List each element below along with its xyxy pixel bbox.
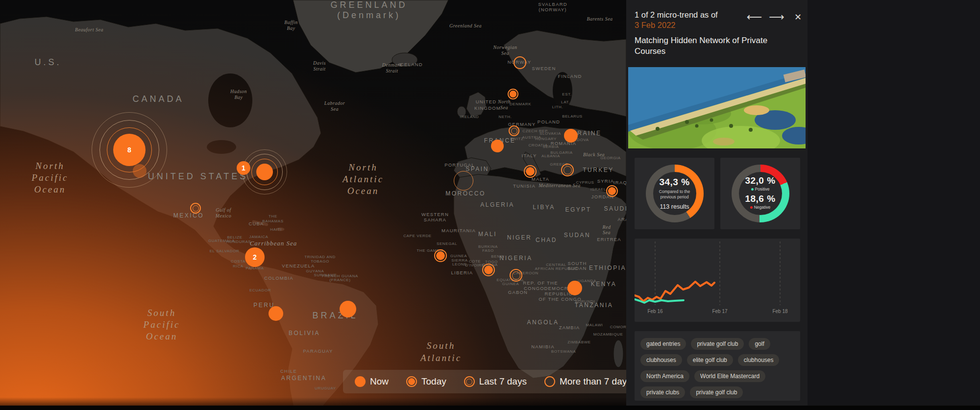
map-label: TANZANIA <box>575 302 613 309</box>
map-label: Barents Sea <box>587 16 612 22</box>
map-marker-icon[interactable] <box>454 171 473 191</box>
golf-course-photo <box>628 67 806 148</box>
map-marker-icon[interactable] <box>434 249 447 262</box>
keyword-tag[interactable]: private golf club <box>690 386 743 398</box>
map-label: CHILE <box>280 368 297 374</box>
legend-item: More than 7 days ago <box>544 376 626 387</box>
close-icon[interactable]: ✕ <box>794 12 802 23</box>
map-marker-icon[interactable]: 2 <box>245 247 265 267</box>
map-marker-icon[interactable] <box>491 140 504 152</box>
map-label: Bay <box>287 25 295 31</box>
keyword-tag[interactable]: golf <box>749 338 770 350</box>
map-label: MOROCCO <box>445 190 486 197</box>
map-marker-icon[interactable] <box>340 301 356 317</box>
map-label: (NORWAY) <box>539 7 566 12</box>
map-label: Hudson <box>230 89 247 94</box>
map-label: COSTA <box>231 259 245 264</box>
keyword-tag[interactable]: clubhouses <box>640 354 682 366</box>
world-map[interactable]: GREENLAND(Denmark)SVALBARD(NORWAY)Barent… <box>0 0 626 410</box>
map-label: NIGER <box>507 234 532 241</box>
map-marker-icon[interactable] <box>606 185 618 197</box>
map-marker-icon[interactable] <box>510 269 522 282</box>
micro-trend-counter: 1 of 2 micro-trend as of <box>635 10 718 20</box>
keyword-tag[interactable]: clubhouses <box>738 354 780 366</box>
legend-label: More than 7 days ago <box>560 376 626 387</box>
map-label: Carribbean Sea <box>250 240 297 247</box>
stat-card-change: 34,3 % Compared to the previous period 1… <box>635 158 714 229</box>
map-label: ITALY <box>522 153 537 158</box>
map-label: Sea <box>501 50 509 56</box>
negative-label: Negative <box>754 205 771 210</box>
map-label: Ocean <box>34 184 66 195</box>
map-label: MOZAMBIQUE <box>593 332 623 337</box>
x-tick-label: Feb 16 <box>647 309 662 314</box>
legend-label: Now <box>370 376 389 387</box>
tags-wrap: gated entriesprivate golf clubgolfclubho… <box>635 331 800 405</box>
map-marker-icon[interactable] <box>190 203 201 214</box>
keyword-tag[interactable]: North America <box>640 370 689 382</box>
map-label: ERITREA <box>597 237 621 242</box>
backdrop <box>808 0 980 410</box>
map-label: TURKEY <box>583 167 614 173</box>
map-marker-icon[interactable] <box>269 306 283 321</box>
map-label: D'IVOIRE <box>465 263 484 267</box>
legend-ring-icon <box>544 376 555 387</box>
map-marker-icon[interactable] <box>564 129 578 143</box>
map-label: SAHARA <box>424 217 446 222</box>
map-label: ARA <box>617 217 626 222</box>
map-label: BOLIVIA <box>289 330 320 337</box>
legend-double-ring-icon <box>464 376 475 387</box>
map-label: COMOROS <box>610 325 626 329</box>
map-label: ALGERIA <box>480 201 514 208</box>
map-label: KENYA <box>591 281 616 288</box>
map-marker-icon[interactable] <box>524 165 537 178</box>
map-marker-icon[interactable] <box>482 264 495 276</box>
micro-trend-panel: 1 of 2 micro-trend as of 3 Feb 2022 ⟵ ⟶ … <box>626 0 808 410</box>
keyword-tag[interactable]: World Elite Mastercard <box>694 370 765 382</box>
legend-label: Today <box>421 376 446 387</box>
map-label: SPAIN <box>466 166 489 172</box>
map-marker-icon[interactable] <box>567 281 582 295</box>
map-marker-icon[interactable] <box>256 164 273 180</box>
map-label: ALBANIA <box>541 154 560 158</box>
panel-header-text: 1 of 2 micro-trend as of 3 Feb 2022 <box>635 10 718 30</box>
map-marker-icon[interactable] <box>514 56 526 69</box>
map-label: TRINIDAD AND <box>304 255 336 259</box>
map-label: CHAD <box>536 237 557 243</box>
keyword-tag[interactable]: elite golf club <box>687 354 733 366</box>
legend-item: Last 7 days <box>464 376 527 387</box>
map-label: North <box>498 99 511 104</box>
map-label: Strait <box>313 66 325 72</box>
map-label: UNITED <box>476 99 497 104</box>
map-label: CUBA <box>248 221 264 226</box>
donut-chart-sentiment: 32,0 % Positive 18,6 % Negative <box>732 165 789 222</box>
map-label: MALI <box>478 231 497 238</box>
panel-header: 1 of 2 micro-trend as of 3 Feb 2022 ⟵ ⟶ … <box>635 10 802 30</box>
next-arrow-icon[interactable]: ⟶ <box>769 12 784 23</box>
map-label: Mediterranean Sea <box>539 183 580 188</box>
map-label: BELARUS <box>562 114 583 119</box>
map-label: ZAMBIA <box>559 325 580 330</box>
keyword-tags-card: gated entriesprivate golf clubgolfclubho… <box>635 331 800 401</box>
map-marker-icon[interactable] <box>133 164 147 178</box>
map-label: Greenland Sea <box>449 23 482 28</box>
map-label: SAUDI <box>604 205 626 212</box>
map-label: SVALBARD <box>538 1 567 7</box>
prev-arrow-icon[interactable]: ⟵ <box>747 12 762 23</box>
map-label: KINGDOM <box>474 105 501 111</box>
keyword-tag[interactable]: private golf club <box>691 338 744 350</box>
map-label: CAPE VERDE <box>403 234 432 238</box>
map-label: ANGOLA <box>527 319 559 326</box>
donut1-center: 34,3 % Compared to the previous period 1… <box>646 165 704 222</box>
keyword-tag[interactable]: gated entries <box>640 338 686 350</box>
map-label: SWEDEN <box>532 66 556 71</box>
map-marker-icon[interactable]: 8 <box>113 134 146 166</box>
map-marker-icon[interactable] <box>509 125 519 136</box>
map-marker-icon[interactable] <box>508 89 518 99</box>
map-label: EL SALVADOR <box>210 249 240 253</box>
map-marker-icon[interactable]: 1 <box>237 161 250 175</box>
map-marker-icon[interactable] <box>561 164 574 176</box>
map-label: North <box>35 161 64 171</box>
map-label: MALTA <box>532 176 549 182</box>
keyword-tag[interactable]: private clubs <box>640 386 685 398</box>
